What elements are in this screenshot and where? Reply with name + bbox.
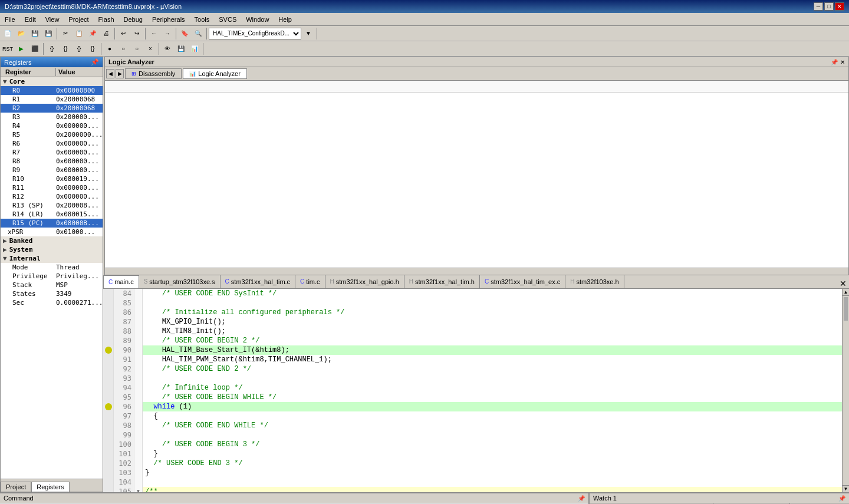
reg-r14[interactable]: R14 (LR) 0x080015...	[1, 210, 103, 219]
gutter-96[interactable]	[103, 402, 113, 411]
fold-105[interactable]: ▼	[134, 487, 142, 493]
menu-peripherals[interactable]: Peripherals	[147, 13, 190, 25]
reg-r7[interactable]: R7 0x000000...	[1, 148, 103, 157]
registers-tab[interactable]: Registers	[31, 482, 69, 492]
scroll-down[interactable]: ▼	[843, 485, 849, 492]
tab-hal-tim[interactable]: C stm32f1xx_hal_tim.c	[221, 275, 296, 288]
reg-r11[interactable]: R11 0x000000...	[1, 183, 103, 192]
la-close[interactable]: ✕	[840, 59, 845, 65]
tab-tim-ex-c[interactable]: C stm32f1xx_hal_tim_ex.c	[480, 275, 565, 288]
gutter-94[interactable]	[103, 383, 113, 393]
core-fold[interactable]: ▼	[3, 78, 7, 85]
reg-r3[interactable]: R3 0x200000...	[1, 113, 103, 121]
open-button[interactable]: 📂	[15, 27, 28, 40]
tab-main-c[interactable]: C main.c	[103, 275, 139, 288]
gutter-86[interactable]	[103, 308, 113, 317]
gutter-88[interactable]	[103, 327, 113, 336]
la-tab[interactable]: 📊 Logic Analyzer	[183, 68, 247, 79]
gutter-101[interactable]	[103, 449, 113, 459]
tab-gpio-h[interactable]: H stm32f1xx_hal_gpio.h	[325, 275, 404, 288]
reg-states[interactable]: States 3349	[1, 289, 103, 298]
internal-fold[interactable]: ▼	[3, 255, 7, 262]
reg-r0[interactable]: R0 0x00000800	[1, 86, 103, 95]
save-all-button[interactable]: 💾	[42, 27, 55, 40]
system-group[interactable]: ▶ System	[1, 245, 103, 254]
reg-r9[interactable]: R9 0x000000...	[1, 166, 103, 174]
gutter-91[interactable]	[103, 355, 113, 364]
menu-edit[interactable]: Edit	[20, 13, 41, 25]
registers-body[interactable]: ▼ Core R0 0x00000800 R1 0x20000068 R2 0x…	[1, 77, 103, 479]
internal-group[interactable]: ▼ Internal	[1, 254, 103, 263]
reg-r4[interactable]: R4 0x000000...	[1, 121, 103, 130]
gutter-103[interactable]	[103, 468, 113, 477]
find-button[interactable]: 🔍	[192, 27, 205, 40]
reg-r10[interactable]: R10 0x080019...	[1, 174, 103, 183]
la-scrollbar[interactable]	[105, 268, 848, 275]
gutter-102[interactable]	[103, 459, 113, 468]
reg-sec[interactable]: Sec 0.0000271...	[1, 298, 103, 307]
command-pin[interactable]: 📌	[578, 495, 585, 502]
menu-debug[interactable]: Debug	[119, 13, 147, 25]
gutter-89[interactable]	[103, 336, 113, 345]
watch-window[interactable]: 👁	[161, 42, 174, 55]
system-fold[interactable]: ▶	[3, 246, 7, 253]
menu-file[interactable]: File	[0, 13, 20, 25]
tab-stm-h[interactable]: H stm32f103xe.h	[565, 275, 624, 288]
insert-bp[interactable]: ●	[103, 42, 116, 55]
stop-button[interactable]: ⬛	[28, 42, 41, 55]
banked-fold[interactable]: ▶	[3, 237, 7, 245]
mem-window[interactable]: 💾	[175, 42, 187, 55]
save-button[interactable]: 💾	[28, 27, 41, 40]
menu-project[interactable]: Project	[64, 13, 93, 25]
reg-r15[interactable]: R15 (PC) 0x08000B...	[1, 219, 103, 228]
la-nav-right[interactable]: ▶	[116, 69, 124, 78]
kill-bp[interactable]: ×	[144, 42, 157, 55]
nav-back-button[interactable]: ←	[147, 27, 160, 40]
watch-pin[interactable]: 📌	[838, 495, 845, 502]
gutter-100[interactable]	[103, 440, 113, 449]
tab-startup[interactable]: S startup_stm32f103xe.s	[139, 275, 221, 288]
la-pin[interactable]: 📌	[831, 59, 838, 65]
core-group[interactable]: ▼ Core	[1, 77, 103, 86]
gutter-84[interactable]	[103, 289, 113, 298]
reg-r6[interactable]: R6 0x000000...	[1, 139, 103, 148]
run-to-cursor[interactable]: {}	[86, 42, 99, 55]
reg-xpsr[interactable]: xPSR 0x01000...	[1, 228, 103, 236]
menu-svcs[interactable]: SVCS	[214, 13, 241, 25]
gutter-92[interactable]	[103, 364, 113, 374]
nav-fwd-button[interactable]: →	[161, 27, 174, 40]
gutter-97[interactable]	[103, 411, 113, 421]
function-combo[interactable]: HAL_TIMEx_ConfigBreakD...	[209, 28, 301, 39]
scroll-up[interactable]: ▲	[843, 289, 849, 296]
enable-bp[interactable]: ○	[117, 42, 130, 55]
disable-bp[interactable]: ○	[130, 42, 143, 55]
paste-button[interactable]: 📌	[86, 27, 99, 40]
la-nav-left[interactable]: ◀	[106, 69, 114, 78]
perf-window[interactable]: 📊	[188, 42, 201, 55]
gutter-90[interactable]	[103, 345, 113, 355]
gutter-105[interactable]	[103, 487, 113, 493]
disassembly-tab[interactable]: ⊞ Disassembly	[125, 68, 182, 79]
editor-close-btn[interactable]: ✕	[837, 279, 849, 288]
title-controls[interactable]: ─ □ ✕	[814, 2, 844, 11]
registers-pin[interactable]: 📌	[91, 58, 99, 66]
gutter-99[interactable]	[103, 430, 113, 440]
step-over[interactable]: {}	[59, 42, 72, 55]
code-text[interactable]: /* USER CODE END SysInit */ /* Initializ…	[143, 289, 842, 493]
editor-scrollbar[interactable]: ▲ ▼	[842, 289, 849, 493]
reg-r8[interactable]: R8 0x000000...	[1, 157, 103, 166]
new-button[interactable]: 📄	[1, 27, 14, 40]
banked-group[interactable]: ▶ Banked	[1, 236, 103, 245]
tab-tim-h[interactable]: H stm32f1xx_hal_tim.h	[404, 275, 480, 288]
gutter-87[interactable]	[103, 317, 113, 327]
minimize-button[interactable]: ─	[814, 2, 823, 11]
reg-stack[interactable]: Stack MSP	[1, 281, 103, 289]
gutter-95[interactable]	[103, 393, 113, 402]
copy-button[interactable]: 📋	[73, 27, 85, 40]
run-button[interactable]: ▶	[15, 42, 28, 55]
reg-privilege[interactable]: Privilege Privileg...	[1, 272, 103, 281]
reg-r2[interactable]: R2 0x20000068	[1, 104, 103, 113]
menu-help[interactable]: Help	[274, 13, 297, 25]
menu-tools[interactable]: Tools	[190, 13, 215, 25]
reg-r12[interactable]: R12 0x000000...	[1, 192, 103, 201]
